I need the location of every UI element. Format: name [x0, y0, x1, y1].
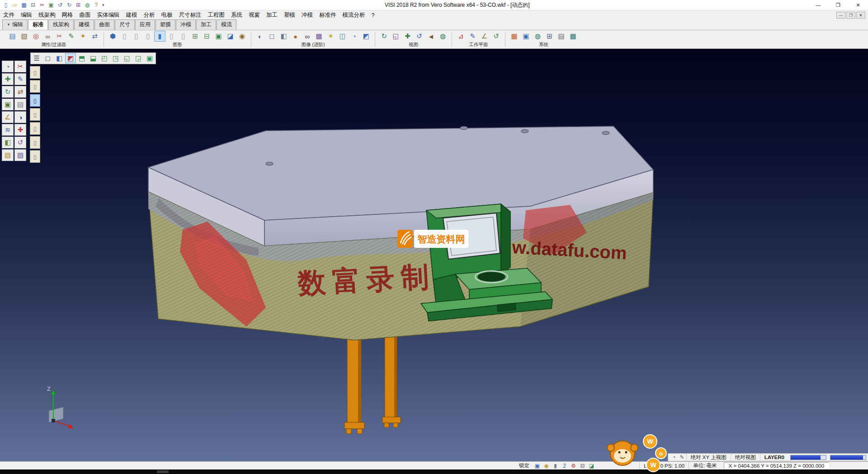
tab-4[interactable]: 曲面	[94, 19, 114, 30]
layout-slot-icon-5[interactable]: ▯	[30, 136, 40, 149]
cube-icon[interactable]: ◪	[587, 462, 596, 469]
table-icon[interactable]: ⊞	[544, 31, 555, 42]
menu-item-15[interactable]: 冲模	[298, 10, 316, 20]
box-list-icon[interactable]: ⊞	[189, 31, 201, 42]
sheet1-icon[interactable]: ▯	[119, 31, 130, 42]
cube-green-icon[interactable]: ▣	[213, 31, 224, 42]
axes-icon[interactable]: ✚	[2, 73, 14, 85]
layout-slot-icon-0[interactable]: ▯	[30, 66, 40, 79]
menu-item-17[interactable]: 模流分析	[340, 10, 368, 20]
tab-9[interactable]: 加工	[196, 19, 216, 30]
workplane-reset-icon[interactable]: ↺	[491, 31, 502, 42]
glasses-icon[interactable]: ∞	[302, 31, 313, 42]
2d-icon[interactable]: 2	[560, 462, 569, 469]
view-dynamic-icon[interactable]: ◩	[65, 53, 76, 63]
taskbar-strip[interactable]	[0, 469, 868, 474]
swap-filter-icon[interactable]: ⇄	[89, 31, 100, 42]
sheet4-icon[interactable]: ▯	[166, 31, 177, 42]
mirror-icon[interactable]: ⇄	[14, 86, 26, 98]
printer-icon[interactable]: ⊟	[578, 462, 587, 469]
stamp-icon[interactable]: ▣	[2, 99, 14, 110]
menu-item-8[interactable]: 电极	[158, 10, 176, 20]
new-file-icon[interactable]: ▯	[2, 1, 10, 9]
workplane-align-icon[interactable]: ∠	[479, 31, 490, 42]
undo-icon[interactable]: ↺	[56, 1, 64, 9]
clipboard-icon[interactable]: ▧	[14, 149, 26, 161]
notes-icon[interactable]: ▤	[14, 99, 26, 110]
sheet3-icon[interactable]: ▯	[142, 31, 154, 42]
tab-0[interactable]: ▼编辑	[2, 19, 28, 30]
grid-icon[interactable]: ⊞	[74, 1, 82, 9]
help-icon[interactable]: ?	[92, 1, 100, 9]
screen-icon[interactable]: ▣	[533, 462, 542, 469]
workplane-icon[interactable]: ⊿	[455, 31, 467, 42]
wireframe-icon[interactable]: ◻	[266, 31, 278, 42]
tab-7[interactable]: 塑膜	[156, 19, 175, 30]
color-palette-icon[interactable]: ▦	[509, 31, 520, 42]
view-right-icon[interactable]: ◳	[110, 53, 121, 63]
absolute-view-label[interactable]: 绝对视图	[731, 454, 760, 461]
viewport-3d[interactable]: 数富录制 w.datafu.com 智造资料网	[0, 49, 868, 461]
dynamic-view-icon[interactable]: ◍	[437, 31, 448, 42]
globe-icon[interactable]: ◍	[532, 31, 543, 42]
rotate-entity-icon[interactable]: ↻	[2, 86, 14, 98]
mouse-icon[interactable]: ▮	[551, 462, 560, 469]
sheet5-icon[interactable]: ▯	[178, 31, 189, 42]
view-top-icon[interactable]: ⬒	[76, 53, 87, 63]
print-icon[interactable]: ⊟	[29, 1, 37, 9]
tab-2[interactable]: 线架构	[48, 19, 74, 30]
gear-icon[interactable]: ⚙	[569, 462, 578, 469]
calculator-icon[interactable]: ▤	[556, 31, 567, 42]
section-icon[interactable]: ◫	[337, 31, 348, 42]
menu-item-6[interactable]: 建模	[123, 10, 141, 20]
box-grid-icon[interactable]: ⊟	[201, 31, 212, 42]
close-button[interactable]: ✕	[848, 0, 868, 10]
world-icon[interactable]: ◍	[83, 1, 91, 9]
copy-icon[interactable]: ▣	[47, 1, 55, 9]
palette-icon[interactable]: ▨	[2, 149, 14, 161]
redo-icon[interactable]: ↻	[65, 1, 73, 9]
edit-value-icon[interactable]: ✎	[678, 454, 686, 461]
knife-icon[interactable]: ✂	[14, 61, 26, 72]
z-order-icon[interactable]: ≋	[2, 124, 14, 136]
view-menu-icon[interactable]: ☰	[31, 53, 42, 63]
snap-icon[interactable]: ✚	[14, 124, 26, 136]
attributes-icon[interactable]: ▤	[7, 31, 18, 42]
view-shaded-icon[interactable]: ◧	[54, 53, 65, 63]
ruler-icon[interactable]: ∠	[2, 111, 14, 123]
layout-slot-icon-1[interactable]: ▯	[30, 80, 40, 93]
cut-icon[interactable]: ✂	[38, 1, 46, 9]
texture-icon[interactable]: ▩	[313, 31, 325, 42]
filter-chain-icon[interactable]: ∞	[42, 31, 53, 42]
edit-filter-icon[interactable]: ✎	[66, 31, 77, 42]
active-view-label[interactable]: 绝对 XY 上视图	[686, 454, 731, 461]
eye-icon[interactable]: ◉	[236, 31, 248, 42]
view-front-icon[interactable]: ⬓	[88, 53, 99, 63]
menu-item-13[interactable]: 加工	[263, 10, 281, 20]
cube-blue-icon[interactable]: ◪	[225, 31, 236, 42]
layout-slot-icon-2[interactable]: ▯	[30, 94, 40, 107]
compass-icon[interactable]: ◑	[14, 111, 26, 123]
hidden-line-icon[interactable]: ◧	[278, 31, 289, 42]
menu-item-10[interactable]: 工程图	[205, 10, 228, 20]
pan-icon[interactable]: ✚	[402, 31, 413, 42]
view-left-icon[interactable]: ◰	[99, 53, 110, 63]
layer-indicator[interactable]: LAYER0	[760, 454, 788, 461]
selection-filter-icon[interactable]: ✂	[54, 31, 65, 42]
qat-dropdown-icon[interactable]: ▾	[100, 3, 106, 7]
layout-slot-icon-6[interactable]: ▯	[30, 150, 40, 163]
open-file-icon[interactable]: ▱	[11, 1, 19, 9]
layout-slot-icon-4[interactable]: ▯	[30, 122, 40, 135]
cube-shaded-icon[interactable]: ◩	[360, 31, 372, 42]
tab-10[interactable]: 模流	[217, 19, 236, 30]
tab-3[interactable]: 建模	[74, 19, 94, 30]
mdi-minimize-button[interactable]: —	[836, 12, 845, 19]
previous-view-icon[interactable]: ◄	[425, 31, 437, 42]
shade-icon[interactable]: ◐	[255, 31, 266, 42]
menu-item-5[interactable]: 实体编辑	[94, 10, 123, 20]
save-icon[interactable]: ▦	[20, 1, 28, 9]
menu-item-9[interactable]: 尺寸标注	[176, 10, 205, 20]
zoom-window-icon[interactable]: ◱	[390, 31, 401, 42]
menu-item-11[interactable]: 系统	[228, 10, 245, 20]
view-back-icon[interactable]: ◲	[133, 53, 144, 63]
